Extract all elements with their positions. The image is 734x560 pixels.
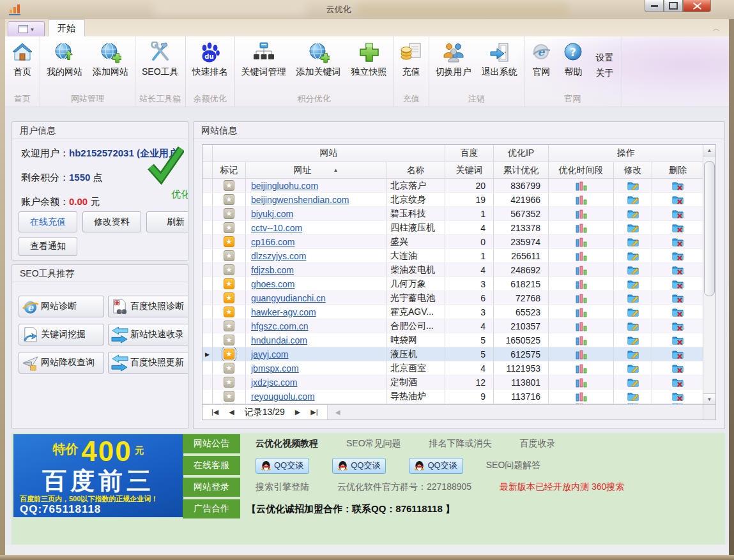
site-url-link[interactable]: hfgszc.com.cn	[251, 321, 308, 331]
pager-first-button[interactable]: |◀	[211, 408, 218, 416]
delete-cell[interactable]	[652, 221, 703, 235]
pager-last-button[interactable]: ▶|	[310, 408, 317, 416]
help-button[interactable]: ? 帮助	[558, 39, 590, 93]
star-icon[interactable]: ★	[224, 264, 234, 275]
recharge-button[interactable]: 充值	[395, 39, 427, 93]
site-url-link[interactable]: cctv--10.com	[251, 223, 302, 233]
edit-cell[interactable]	[614, 361, 652, 375]
link-ranking-drop[interactable]: 排名下降或消失	[429, 438, 492, 450]
star-icon[interactable]: ★	[224, 236, 234, 247]
table-row[interactable]: ★ jxdzjsc.com 定制酒 12 113801	[203, 375, 703, 390]
table-row[interactable]: ★ beijingwenshendian.com 北京纹身 19 421966	[203, 193, 703, 207]
period-cell[interactable]	[549, 291, 614, 305]
site-url-link[interactable]: biyukj.com	[251, 209, 293, 219]
tab-start[interactable]: 开始	[48, 19, 85, 36]
downgrade-check-button[interactable]: 网站降权查询	[19, 352, 104, 374]
edit-cell[interactable]	[614, 305, 652, 319]
delete-cell[interactable]	[652, 375, 703, 390]
edit-cell[interactable]	[614, 390, 652, 404]
snapshot-diagnose-button[interactable]: 百度快照诊断	[108, 296, 188, 317]
site-url-link[interactable]: jbmspx.com	[251, 363, 299, 374]
star-icon[interactable]: ★	[224, 278, 234, 289]
minimize-button[interactable]	[645, 0, 664, 12]
header-url[interactable]: 网址▲	[246, 162, 386, 179]
header-period[interactable]: 优化时间段	[549, 162, 614, 179]
vertical-scrollbar[interactable]: ▲ ▼	[703, 145, 715, 405]
table-row[interactable]: ★ ghoes.com 几何万象 3 618215	[203, 277, 703, 291]
star-icon[interactable]: ★	[224, 349, 234, 359]
add-site-button[interactable]: 添加网站	[88, 39, 134, 93]
delete-cell[interactable]	[652, 263, 703, 277]
star-icon[interactable]: ★	[224, 292, 234, 303]
table-row[interactable]: ★ reyouguolu.com 导热油炉 9 113716	[203, 390, 703, 404]
edit-cell[interactable]	[614, 291, 652, 305]
qq-chat-button[interactable]: QQ交谈	[256, 458, 309, 474]
site-url-link[interactable]: reyouguolu.com	[251, 391, 315, 402]
delete-cell[interactable]	[652, 390, 703, 404]
edit-cell[interactable]	[614, 319, 652, 333]
period-cell[interactable]	[549, 263, 614, 277]
site-url-link[interactable]: beijingwenshendian.com	[251, 195, 349, 205]
period-cell[interactable]	[549, 361, 614, 375]
about-button[interactable]: 关于	[596, 68, 614, 79]
independent-snapshot-button[interactable]: 独立快照	[346, 39, 392, 93]
exit-system-button[interactable]: 退出系统	[477, 39, 523, 93]
table-row[interactable]: ★ dlzszyjys.com 大连油 1 265611	[203, 249, 703, 263]
site-url-link[interactable]: guangyudianchi.cn	[251, 293, 326, 303]
star-icon[interactable]: ★	[224, 180, 234, 191]
site-diagnose-button[interactable]: e 网站诊断	[19, 296, 104, 317]
site-url-link[interactable]: dlzszyjys.com	[251, 251, 306, 261]
delete-cell[interactable]	[652, 319, 703, 333]
table-row[interactable]: ▶ ★ jayyj.com 液压机 5 612575	[203, 347, 703, 361]
period-cell[interactable]	[549, 235, 614, 249]
fast-index-button[interactable]: 新站快速收录	[108, 324, 188, 345]
period-cell[interactable]	[549, 375, 614, 390]
delete-cell[interactable]	[652, 361, 703, 375]
table-row[interactable]: ★ fdjzsb.com 柴油发电机 4 248692	[203, 263, 703, 277]
table-row[interactable]: ★ guangyudianchi.cn 光宇蓄电池 6 72768	[203, 291, 703, 305]
period-cell[interactable]	[549, 305, 614, 319]
link-video-tutorial[interactable]: 云优化视频教程	[256, 438, 318, 450]
period-cell[interactable]	[549, 390, 614, 404]
edit-cell[interactable]	[614, 347, 652, 361]
edit-profile-button[interactable]: 修改资料	[82, 211, 141, 232]
star-icon[interactable]: ★	[224, 250, 234, 261]
site-url-link[interactable]: beijingluohu.com	[251, 181, 318, 191]
site-url-link[interactable]: hawker-agv.com	[251, 307, 316, 317]
edit-cell[interactable]	[614, 333, 652, 347]
header-edit[interactable]: 修改	[614, 162, 652, 179]
site-url-link[interactable]: hndundai.com	[251, 335, 307, 345]
delete-cell[interactable]	[652, 179, 703, 193]
period-cell[interactable]	[549, 277, 614, 291]
site-url-link[interactable]: cp166.com	[251, 237, 294, 247]
refresh-button[interactable]: 刷新	[146, 211, 188, 232]
star-icon[interactable]: ★	[224, 222, 234, 233]
pager-prev-button[interactable]: ◀	[229, 408, 234, 416]
view-notice-button[interactable]: 查看通知	[19, 237, 77, 256]
period-cell[interactable]	[549, 319, 614, 333]
period-cell[interactable]	[549, 207, 614, 221]
edit-cell[interactable]	[614, 263, 652, 277]
star-icon[interactable]: ★	[224, 391, 234, 402]
edit-cell[interactable]	[614, 235, 652, 249]
star-icon[interactable]: ★	[224, 377, 234, 388]
edit-cell[interactable]	[614, 193, 652, 207]
period-cell[interactable]	[549, 193, 614, 207]
qq-chat-button[interactable]: QQ交谈	[409, 458, 463, 474]
collapse-ribbon-icon[interactable]: ︿	[713, 26, 720, 33]
table-row[interactable]: ★ beijingluohu.com 北京落户 20 836799	[203, 179, 703, 193]
add-keyword-button[interactable]: 添加关键词	[291, 39, 346, 93]
delete-cell[interactable]	[652, 347, 703, 361]
edit-cell[interactable]	[614, 249, 652, 263]
hscroll-left-icon[interactable]: ◀	[335, 409, 340, 416]
table-row[interactable]: ★ cp166.com 盛兴 0 235974	[203, 235, 703, 249]
link-baidu-index[interactable]: 百度收录	[520, 438, 556, 450]
official-site-button[interactable]: e 官网	[526, 39, 558, 93]
pager-next-button[interactable]: ▶	[295, 408, 300, 416]
delete-cell[interactable]	[652, 235, 703, 249]
period-cell[interactable]	[549, 249, 614, 263]
period-cell[interactable]	[549, 221, 614, 235]
edit-cell[interactable]	[614, 207, 652, 221]
delete-cell[interactable]	[652, 193, 703, 207]
delete-cell[interactable]	[652, 291, 703, 305]
